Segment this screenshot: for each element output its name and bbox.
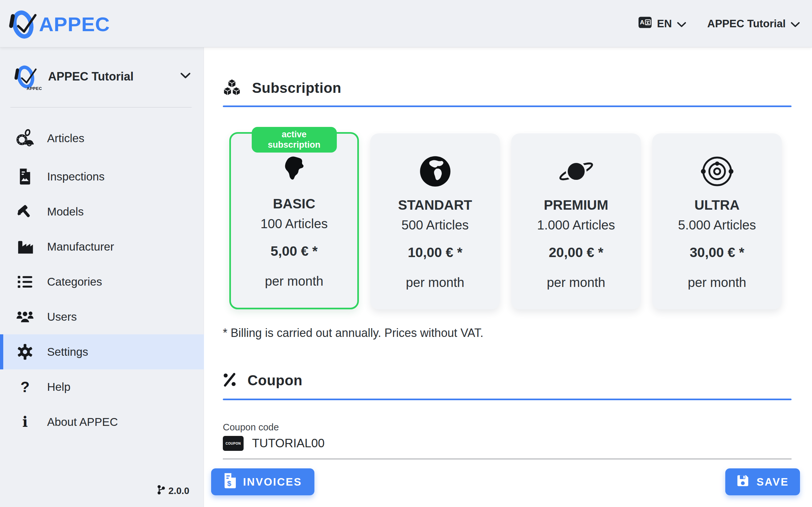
sidebar-divider (10, 107, 192, 107)
brand-logo[interactable]: APPEC (6, 6, 110, 42)
question-mark-icon: ? (15, 380, 36, 394)
plan-name: STANDART (398, 198, 472, 213)
sidebar-item-articles[interactable]: Articles (0, 121, 204, 156)
sidebar: APPEC APPEC Tutorial Articles (0, 47, 204, 507)
svg-text:A: A (640, 19, 645, 25)
coupon-input-underline (223, 459, 792, 459)
plan-card-standart[interactable]: STANDART 500 Articles 10,00 € * per mont… (370, 133, 500, 309)
section-title-coupon: Coupon (248, 372, 302, 389)
active-subscription-badge: active subscription (252, 127, 337, 153)
translate-icon: A (638, 16, 652, 31)
save-icon (736, 474, 749, 490)
sidebar-item-label: About APPEC (47, 415, 118, 429)
plan-card-premium[interactable]: PREMIUM 1.000 Articles 20,00 € * per mon… (511, 133, 641, 309)
account-menu[interactable]: APPEC Tutorial (707, 17, 800, 30)
plan-period: per month (265, 273, 323, 289)
sidebar-item-label: Manufacturer (47, 240, 114, 253)
chevron-down-icon (791, 17, 800, 30)
sidebar-item-label: Articles (47, 132, 85, 145)
plan-price: 30,00 € * (690, 244, 744, 261)
account-label: APPEC Tutorial (707, 17, 786, 30)
sidebar-item-label: Inspections (47, 170, 105, 183)
list-icon (15, 275, 36, 288)
plan-card-basic[interactable]: active subscription BASIC 100 Articles 5… (229, 132, 359, 309)
plan-price: 5,00 € * (270, 243, 318, 259)
workspace-selector[interactable]: APPEC APPEC Tutorial (0, 60, 204, 93)
language-selector[interactable]: A EN (638, 16, 686, 31)
invoices-button[interactable]: $ INVOICES (211, 468, 314, 495)
coupon-header: Coupon (223, 372, 302, 389)
ringed-planet-icon (557, 152, 595, 190)
plan-articles: 5.000 Articles (678, 217, 756, 233)
save-button[interactable]: SAVE (725, 468, 800, 495)
sidebar-item-label: Models (47, 205, 84, 218)
cubes-icon (223, 79, 241, 97)
sidebar-item-settings[interactable]: Settings (0, 334, 204, 370)
percent-icon (223, 372, 237, 389)
save-button-label: SAVE (756, 476, 789, 488)
sidebar-item-help[interactable]: ? Help (0, 370, 204, 404)
solar-system-icon (701, 152, 734, 190)
sidebar-item-manufacturer[interactable]: Manufacturer (0, 229, 204, 264)
sidebar-item-categories[interactable]: Categories (0, 264, 204, 299)
sidebar-item-about[interactable]: i About APPEC (0, 404, 204, 440)
plan-period: per month (406, 275, 464, 290)
sidebar-item-label: Users (47, 310, 77, 323)
earth-globe-icon (418, 152, 452, 190)
plan-name: PREMIUM (544, 198, 608, 213)
git-branch-icon (157, 485, 165, 497)
logo-caption: APPEC (27, 86, 42, 91)
version-label: 2.0.0 (168, 486, 190, 496)
top-header: APPEC A EN APPEC Tutorial (0, 0, 812, 47)
brand-wordmark: APPEC (39, 13, 110, 36)
plan-price: 10,00 € * (408, 244, 462, 261)
coupon-icon: COUPON (223, 436, 244, 451)
coupon-divider (223, 399, 792, 400)
plan-name: ULTRA (695, 198, 740, 213)
plan-articles: 100 Articles (260, 216, 328, 231)
sidebar-item-inspections[interactable]: Inspections (0, 159, 204, 194)
workspace-title: APPEC Tutorial (48, 70, 134, 83)
language-label: EN (657, 17, 672, 30)
coupon-code-input[interactable] (252, 437, 739, 450)
section-title-subscription: Subscription (252, 80, 341, 96)
subscription-header: Subscription (223, 79, 341, 97)
carabiner-logo-icon (6, 6, 38, 42)
gear-icon (15, 344, 36, 360)
chevron-down-icon (677, 17, 686, 30)
sidebar-item-users[interactable]: Users (0, 299, 204, 334)
invoices-button-label: INVOICES (243, 476, 302, 488)
inspection-report-icon (15, 168, 36, 185)
invoice-icon: $ (223, 473, 236, 491)
factory-icon (15, 239, 36, 255)
billing-note: * Billing is carried out annually. Price… (223, 326, 483, 340)
main-content: Subscription active subscription BASIC 1… (204, 48, 812, 507)
sidebar-item-label: Settings (47, 345, 88, 358)
sidebar-item-models[interactable]: Models (0, 194, 204, 229)
users-icon (15, 309, 36, 324)
info-icon: i (15, 415, 36, 429)
coupon-code-label: Coupon code (223, 422, 279, 433)
plan-cards: active subscription BASIC 100 Articles 5… (229, 132, 782, 309)
plan-card-ultra[interactable]: ULTRA 5.000 Articles 30,00 € * per month (652, 133, 782, 309)
earth-africa-icon (278, 151, 310, 189)
plan-articles: 1.000 Articles (537, 217, 615, 233)
carabiner-logo-icon: APPEC (12, 62, 42, 92)
plan-price: 20,00 € * (549, 244, 603, 261)
plan-articles: 500 Articles (401, 217, 469, 233)
subscription-divider (223, 106, 792, 107)
plan-name: BASIC (273, 196, 315, 211)
hammer-icon (15, 203, 36, 220)
app-version: 2.0.0 (157, 485, 190, 497)
climbing-gear-icon (15, 129, 36, 147)
sidebar-item-label: Help (47, 380, 70, 393)
sidebar-item-label: Categories (47, 275, 102, 288)
plan-period: per month (688, 275, 746, 290)
plan-period: per month (547, 275, 605, 290)
chevron-down-icon (181, 73, 190, 80)
svg-text:$: $ (227, 479, 232, 487)
